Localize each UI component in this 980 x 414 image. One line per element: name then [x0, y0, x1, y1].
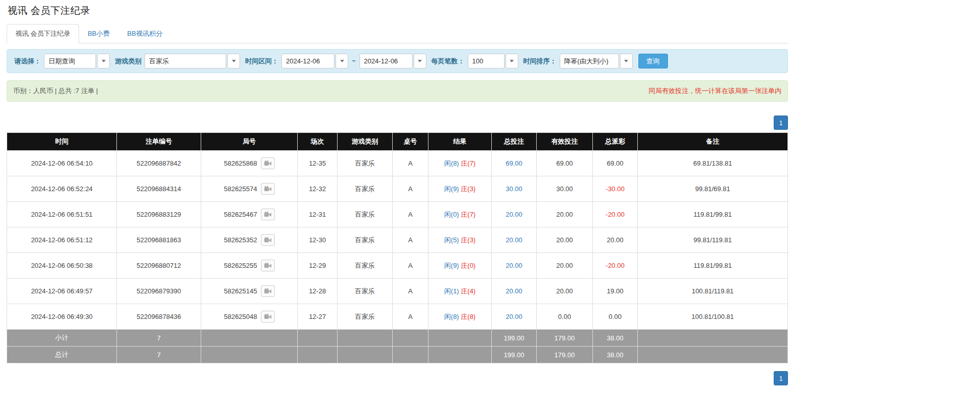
- date-to-input[interactable]: [360, 54, 413, 68]
- date-to-select: [360, 54, 426, 68]
- cell-table-no: A: [393, 227, 428, 253]
- round-id-text: 582625868: [224, 159, 257, 167]
- cell-session: 12-30: [298, 227, 338, 253]
- video-camera-icon: [264, 186, 272, 192]
- total-valid-bet: 179.00: [537, 347, 593, 363]
- result-banker: 庄(0): [461, 262, 475, 269]
- tab-bb-video-points[interactable]: BB视讯积分: [118, 24, 171, 43]
- total-bet-link[interactable]: 20.00: [506, 287, 522, 295]
- cell-game-type: 百家乐: [338, 151, 393, 176]
- total-bet-link[interactable]: 20.00: [506, 313, 522, 320]
- total-bet-link[interactable]: 69.00: [506, 159, 522, 167]
- cell-valid-bet: 0.00: [537, 304, 593, 330]
- result-player: 闲(0): [444, 211, 459, 218]
- cell-session: 12-35: [298, 151, 338, 176]
- total-payout: 38.00: [593, 347, 638, 363]
- video-replay-button[interactable]: [261, 157, 275, 169]
- column-header-note: 备注: [638, 133, 788, 151]
- video-replay-button[interactable]: [261, 234, 275, 246]
- cell-result: 闲(9) 庄(3): [428, 176, 492, 202]
- page-button-1[interactable]: 1: [774, 371, 788, 385]
- result-banker: 庄(3): [461, 185, 475, 193]
- cell-total-bet: 20.00: [492, 304, 537, 330]
- game-type-input[interactable]: [145, 54, 226, 68]
- column-header-bet-id: 注单编号: [117, 133, 201, 151]
- cell-result: 闲(8) 庄(7): [428, 151, 492, 176]
- cell-table-no: A: [393, 176, 428, 202]
- game-type-dropdown-button[interactable]: [227, 54, 240, 68]
- cell-game-type: 百家乐: [338, 227, 393, 253]
- subtotal-total-bet: 199.00: [492, 330, 537, 347]
- total-bet-link[interactable]: 20.00: [506, 211, 522, 218]
- page-size-label: 每页笔数：: [432, 57, 465, 66]
- chevron-down-icon: [624, 60, 628, 62]
- cell-table-no: A: [393, 253, 428, 279]
- table-row: 2024-12-06 06:52:24 522096884314 5826255…: [7, 176, 788, 202]
- cell-game-type: 百家乐: [338, 253, 393, 279]
- cell-bet-id: 522096884314: [117, 176, 201, 202]
- column-header-time: 时间: [7, 133, 117, 151]
- cell-note: 100.81/100.81: [638, 304, 788, 330]
- query-type-input[interactable]: [44, 54, 96, 68]
- tab-bar: 视讯 会员下注纪录 BB小费 BB视讯积分: [7, 24, 788, 43]
- cell-time: 2024-12-06 06:49:30: [7, 304, 117, 330]
- video-replay-button[interactable]: [261, 311, 275, 323]
- result-player: 闲(9): [444, 185, 459, 193]
- video-replay-button[interactable]: [261, 260, 275, 271]
- video-replay-button[interactable]: [261, 285, 275, 297]
- sort-order-dropdown-button[interactable]: [620, 54, 633, 68]
- chevron-down-icon: [510, 60, 514, 62]
- page-size-dropdown-button[interactable]: [506, 54, 518, 68]
- cell-valid-bet: 20.00: [537, 253, 593, 279]
- date-to-dropdown-button[interactable]: [414, 54, 426, 68]
- total-bet-link[interactable]: 20.00: [506, 262, 522, 269]
- cell-time: 2024-12-06 06:49:57: [7, 279, 117, 304]
- cell-payout: 20.00: [593, 227, 638, 253]
- result-player: 闲(5): [444, 236, 459, 244]
- cell-session: 12-29: [298, 253, 338, 279]
- table-row: 2024-12-06 06:51:12 522096881863 5826253…: [7, 227, 788, 253]
- cell-time: 2024-12-06 06:54:10: [7, 151, 117, 176]
- cell-table-no: A: [393, 304, 428, 330]
- cell-payout: 19.00: [593, 279, 638, 304]
- cell-total-bet: 69.00: [492, 151, 537, 176]
- cell-table-no: A: [393, 279, 428, 304]
- cell-game-type: 百家乐: [338, 176, 393, 202]
- round-id-text: 582625048: [224, 313, 257, 320]
- cell-game-type: 百家乐: [338, 304, 393, 330]
- video-replay-button[interactable]: [261, 209, 275, 220]
- tab-bb-tip[interactable]: BB小费: [79, 24, 118, 43]
- cell-valid-bet: 30.00: [537, 176, 593, 202]
- column-header-payout: 总派彩: [593, 133, 638, 151]
- page-title: 视讯 会员下注纪录: [8, 4, 788, 17]
- total-row: 总计 7 199.00 179.00 38.00: [7, 347, 788, 363]
- total-bet-link[interactable]: 30.00: [506, 185, 522, 193]
- page-size-input[interactable]: [468, 54, 505, 68]
- search-button[interactable]: 查询: [638, 54, 668, 68]
- query-type-dropdown-button[interactable]: [97, 54, 110, 68]
- chevron-down-icon: [232, 60, 236, 62]
- column-header-total-bet: 总投注: [492, 133, 537, 151]
- total-bet-link[interactable]: 20.00: [506, 236, 522, 244]
- tab-video-bet-records[interactable]: 视讯 会员下注纪录: [7, 24, 79, 43]
- cell-session: 12-32: [298, 176, 338, 202]
- video-replay-button[interactable]: [261, 183, 275, 195]
- table-row: 2024-12-06 06:49:57 522096879390 5826251…: [7, 279, 788, 304]
- cell-total-bet: 30.00: [492, 176, 537, 202]
- cell-round-id: 582625868: [201, 151, 298, 176]
- cell-total-bet: 20.00: [492, 227, 537, 253]
- subtotal-label: 小计: [7, 330, 117, 347]
- cell-session: 12-31: [298, 202, 338, 227]
- page-button-1[interactable]: 1: [774, 116, 788, 130]
- date-from-input[interactable]: [281, 54, 334, 68]
- cell-bet-id: 522096878436: [117, 304, 201, 330]
- cell-time: 2024-12-06 06:50:38: [7, 253, 117, 279]
- cell-payout: 0.00: [593, 304, 638, 330]
- chevron-down-icon: [418, 60, 422, 62]
- sort-order-input[interactable]: [560, 54, 619, 68]
- summary-bar: 币别：人民币 | 总共 :7 注单 | 同局有效投注，统一计算在该局第一张注单内: [7, 80, 788, 102]
- pagination-bottom: 1: [7, 371, 788, 385]
- filter-bar: 请选择： 游戏类别 时间区间： ~ 每页笔数： 时间排序：: [7, 49, 788, 73]
- cell-session: 12-27: [298, 304, 338, 330]
- date-from-dropdown-button[interactable]: [336, 54, 348, 68]
